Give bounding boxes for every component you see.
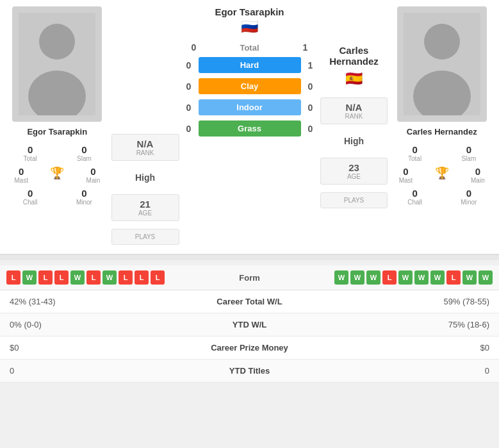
left-trophy-icon: 🏆 — [44, 166, 70, 184]
form-label: Form — [211, 273, 288, 283]
form-badge-left: L — [86, 270, 101, 285]
left-player-name: Egor Tsarapkin — [27, 127, 87, 137]
left-stat-mast: 0 Mast — [8, 166, 34, 184]
stat-left-value: 0% (0-0) — [0, 313, 175, 336]
form-badge-right: L — [446, 270, 461, 285]
form-badge-right: W — [334, 270, 348, 285]
right-high-label: High — [344, 129, 364, 153]
svg-point-4 — [424, 24, 460, 60]
form-badge-left: W — [22, 270, 37, 285]
form-badge-left: L — [54, 270, 69, 285]
right-player-name: Carles Hernandez — [407, 127, 477, 137]
court-row-hard: 0 Hard 1 — [179, 54, 320, 76]
stat-center-label: YTD W/L — [175, 313, 325, 336]
stats-comparison-table: 42% (31-43) Career Total W/L 59% (78-55)… — [0, 290, 499, 383]
right-player-card: Carles Hernandez 0 Total 0 Slam 0 — [388, 6, 496, 247]
right-player-avatar — [397, 6, 487, 122]
form-badge-right: W — [414, 270, 429, 285]
court-row-clay: 0 Clay 0 — [179, 76, 320, 97]
right-stats-block: Carles Hernandez 🇪🇸 N/A Rank High 23 Age… — [320, 6, 388, 247]
form-badges-right: WWWLWWWLWW — [288, 270, 493, 285]
court-row-indoor: 0 Indoor 0 — [179, 97, 320, 118]
section-divider-1 — [0, 255, 499, 260]
form-badges-left: LWLLWLWLLL — [6, 270, 211, 285]
right-player-stats: 0 Total 0 Slam 0 Mast 🏆 — [388, 143, 496, 207]
court-row-grass: 0 Grass 0 — [179, 118, 320, 139]
left-stat-slam: 0 Slam — [71, 144, 97, 162]
form-badge-right: L — [382, 270, 397, 285]
court-rows: 0 Hard 1 0 Clay 0 0 Indoor 0 0 Grass 0 — [179, 54, 320, 139]
right-stat-mast: 0 Mast — [393, 166, 419, 184]
form-badge-left: L — [6, 270, 20, 285]
right-stat-minor: 0 Minor — [456, 188, 482, 206]
right-age-box: 23 Age — [320, 158, 388, 185]
left-rank-box: N/A Rank — [111, 134, 179, 161]
left-player-avatar — [12, 6, 102, 122]
form-badge-right: W — [398, 270, 413, 285]
right-stat-chall: 0 Chall — [402, 188, 428, 206]
left-plays-box: Plays — [111, 229, 179, 245]
left-stat-minor: 0 Minor — [71, 188, 97, 206]
left-player-stats: 0 Total 0 Slam 0 Mast 🏆 — [3, 143, 111, 207]
left-stat-total: 0 Total — [17, 144, 43, 162]
left-high-label: High — [135, 166, 155, 189]
svg-point-1 — [39, 24, 75, 60]
stat-right-value: $0 — [324, 336, 499, 360]
form-section: LWLLWLWLLL Form WWWLWWWLWW — [0, 265, 499, 290]
right-rank-box: N/A Rank — [320, 97, 388, 124]
form-badge-left: W — [102, 270, 117, 285]
top-area: Egor Tsarapkin 0 Total 0 Slam 0 — [0, 0, 499, 255]
left-stat-main: 0 Main — [80, 166, 106, 184]
right-stat-total: 0 Total — [402, 144, 428, 162]
stat-center-label: YTD Titles — [175, 360, 325, 383]
center-block: Egor Tsarapkin 🇷🇺 0 Total 1 0 Hard 1 0 C… — [179, 6, 320, 247]
stats-row: $0 Career Prize Money $0 — [0, 336, 499, 360]
form-badge-left: L — [119, 270, 133, 285]
stat-right-value: 0 — [324, 360, 499, 383]
stat-right-value: 75% (18-6) — [324, 313, 499, 336]
stats-row: 0% (0-0) YTD W/L 75% (18-6) — [0, 313, 499, 336]
stats-row: 0 YTD Titles 0 — [0, 360, 499, 383]
form-badge-right: W — [462, 270, 477, 285]
left-player-card: Egor Tsarapkin 0 Total 0 Slam 0 — [3, 6, 111, 247]
stat-left-value: 42% (31-43) — [0, 290, 175, 313]
total-row: 0 Total 1 — [179, 40, 320, 54]
form-badge-right: W — [430, 270, 445, 285]
form-badge-left: L — [135, 270, 149, 285]
stat-left-value: $0 — [0, 336, 175, 360]
stat-center-label: Career Total W/L — [175, 290, 325, 313]
left-age-box: 21 Age — [111, 194, 179, 221]
stat-center-label: Career Prize Money — [175, 336, 325, 360]
center-right-name: Carles Hernandez — [320, 45, 388, 67]
stat-left-value: 0 — [0, 360, 175, 383]
form-badge-left: W — [70, 270, 85, 285]
form-badge-left: L — [151, 270, 165, 285]
right-stat-slam: 0 Slam — [456, 144, 482, 162]
left-stat-chall: 0 Chall — [17, 188, 43, 206]
left-stats-block: N/A Rank High 21 Age Plays — [111, 6, 179, 247]
form-badge-left: L — [38, 270, 53, 285]
left-flag: 🇷🇺 — [241, 19, 258, 35]
right-stat-main: 0 Main — [465, 166, 491, 184]
right-trophy-icon: 🏆 — [429, 166, 455, 184]
form-badge-right: W — [479, 270, 493, 285]
right-flag: 🇪🇸 — [345, 71, 363, 87]
center-left-name: Egor Tsarapkin — [215, 6, 284, 17]
main-container: Egor Tsarapkin 0 Total 0 Slam 0 — [0, 0, 499, 383]
form-badge-right: W — [366, 270, 380, 285]
stat-right-value: 59% (78-55) — [324, 290, 499, 313]
form-badge-right: W — [350, 270, 364, 285]
right-plays-box: Plays — [320, 192, 388, 208]
stats-row: 42% (31-43) Career Total W/L 59% (78-55) — [0, 290, 499, 313]
